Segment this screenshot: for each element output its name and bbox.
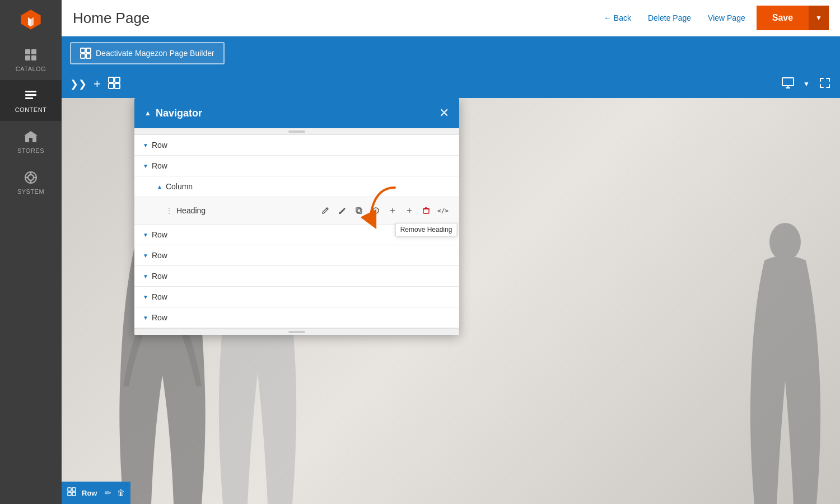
svg-rect-40 [356,208,361,212]
nav-heading-1[interactable]: ⋮ Heading [134,197,459,225]
catalog-icon [23,47,39,63]
svg-point-38 [339,212,340,214]
view-page-link[interactable]: View Page [708,13,745,22]
heading-drag-icon[interactable]: ⋮ [165,206,173,215]
heading-actions: + + Remove Heading [318,203,451,218]
heading-add-after-btn[interactable]: + [402,203,417,218]
bottom-row-bar: Row ✏ 🗑 [62,482,130,504]
sidebar-logo [0,0,62,39]
sidebar: CATALOG CONTENT STORES SYSTEM [0,0,62,504]
svg-rect-21 [81,54,85,58]
row1-label: Row [152,141,451,150]
silhouette-right [742,213,829,504]
row5-chevron-icon: ▼ [143,273,148,279]
heading-refresh-btn[interactable] [368,203,384,218]
bottom-row-label: Row [82,489,97,497]
topbar-actions: ← Back Delete Page View Page [604,13,745,22]
svg-rect-33 [68,488,71,491]
catalog-label: CATALOG [16,66,46,72]
layout-grid-icon [108,76,121,90]
magento-logo-icon [19,8,43,31]
navigator-panel: ▲ Navigator ✕ ▼ Row ▼ Row ▲ [134,98,459,335]
svg-point-32 [769,223,801,261]
navigator-header: ▲ Navigator ✕ [134,98,459,128]
sidebar-item-content[interactable]: CONTENT [0,80,62,121]
nav-row-4[interactable]: ▼ Row [134,245,459,266]
nav-row-6[interactable]: ▼ Row [134,287,459,307]
navigator-close-button[interactable]: ✕ [439,106,449,120]
svg-rect-6 [31,55,36,60]
content-area: Turn y into w Row ✏ 🗑 [62,98,840,504]
sidebar-item-stores[interactable]: STORES [0,121,62,162]
nav-column-1[interactable]: ▲ Column [134,176,459,197]
delete-page-link[interactable]: Delete Page [648,13,691,22]
heading-delete-btn[interactable] [418,203,434,218]
heading-delete-tooltip-container: Remove Heading [418,203,434,218]
svg-rect-27 [782,78,794,86]
navigator-title: ▲ Navigator [144,108,202,119]
svg-rect-22 [86,54,91,58]
svg-rect-9 [25,97,33,99]
svg-rect-34 [72,488,76,491]
row1-chevron-icon: ▼ [143,142,148,148]
row-toolbar: ❯❯ + ▼ [62,70,840,98]
row7-chevron-icon: ▼ [143,315,148,321]
svg-rect-4 [31,49,36,54]
heading-paint-btn[interactable] [334,203,350,218]
heading-code-btn[interactable]: </> [435,203,451,218]
save-dropdown-button[interactable]: ▼ [809,6,829,30]
nav-row-7[interactable]: ▼ Row [134,307,459,328]
content-label: CONTENT [15,106,47,113]
svg-rect-23 [109,77,114,82]
column-label: Column [166,182,451,191]
layout-icon[interactable] [108,76,121,92]
sidebar-item-system[interactable]: SYSTEM [0,162,62,203]
svg-rect-8 [25,94,36,96]
row2-chevron-icon: ▼ [143,163,148,169]
add-icon[interactable]: + [94,77,101,91]
row7-label: Row [152,313,451,322]
monitor-icon[interactable] [781,76,795,92]
svg-marker-11 [24,131,38,136]
deactivate-pb-button[interactable]: Deactivate Magezon Page Builder [70,42,225,64]
heading-add-before-btn[interactable]: + [385,203,400,218]
page-title: Home Page [73,10,604,27]
save-button[interactable]: Save [757,6,809,30]
svg-rect-19 [81,48,85,53]
svg-rect-41 [423,209,429,213]
row6-label: Row [152,292,451,301]
bottom-delete-icon[interactable]: 🗑 [117,488,125,497]
sidebar-item-catalog[interactable]: CATALOG [0,39,62,80]
svg-rect-24 [115,77,120,82]
stores-icon [23,129,39,144]
svg-rect-26 [115,83,120,88]
nav-row-5[interactable]: ▼ Row [134,266,459,287]
svg-rect-5 [25,55,30,60]
nav-row-1[interactable]: ▼ Row [134,135,459,156]
back-link[interactable]: ← Back [604,13,631,22]
bottom-edit-icon[interactable]: ✏ [105,488,111,497]
row3-chevron-icon: ▼ [143,232,148,238]
arrows-icon[interactable]: ❯❯ [70,78,87,90]
dropdown-arrow-icon[interactable]: ▼ [803,80,810,88]
content-icon [23,88,39,104]
heading-copy-btn[interactable] [351,203,367,218]
main-area: Home Page ← Back Delete Page View Page S… [62,0,840,504]
deactivate-label: Deactivate Magezon Page Builder [96,49,214,58]
svg-rect-25 [109,83,114,88]
nav-row-2[interactable]: ▼ Row [134,156,459,176]
row2-label: Row [152,161,451,170]
heading-edit-btn[interactable] [318,203,333,218]
svg-rect-39 [357,209,362,213]
fullscreen-icon[interactable] [818,76,832,92]
scroll-bottom-indicator [134,328,459,335]
row6-chevron-icon: ▼ [143,294,148,300]
column-chevron-icon: ▲ [157,184,162,190]
viewport-controls: ▼ [781,76,832,92]
row4-chevron-icon: ▼ [143,253,148,259]
navigator-triangle-icon: ▲ [144,109,151,117]
svg-rect-7 [25,91,36,92]
stores-label: STORES [17,147,44,154]
scroll-top-indicator [134,128,459,135]
row4-label: Row [152,251,451,260]
